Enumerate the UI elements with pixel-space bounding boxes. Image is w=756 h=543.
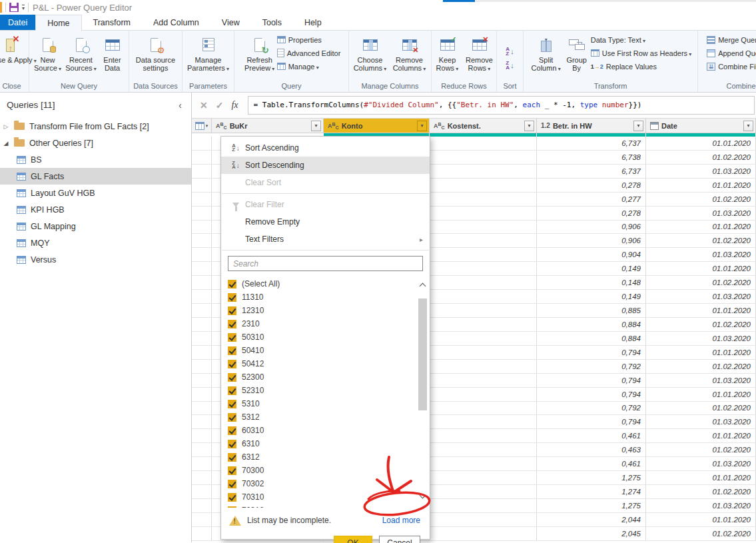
manage-button[interactable]: Manage <box>277 61 341 72</box>
checkbox-checked-icon[interactable] <box>228 386 236 395</box>
checkbox-checked-icon[interactable] <box>228 506 236 508</box>
choose-columns-button[interactable]: Choose Columns <box>351 33 390 74</box>
checkbox-checked-icon[interactable] <box>228 280 236 288</box>
ok-button[interactable]: OK <box>334 536 372 543</box>
replace-values-button[interactable]: 1→2Replace Values <box>591 61 692 72</box>
append-queries-button[interactable]: Append Queries <box>707 47 756 59</box>
data-type-button[interactable]: Data Type: Text <box>591 34 692 45</box>
recent-sources-button[interactable]: Recent Sources <box>64 33 99 74</box>
merge-queries-button[interactable]: Merge Queries <box>707 34 756 45</box>
combine-files-button[interactable]: ⇊Combine Files <box>707 61 756 72</box>
remove-columns-button[interactable]: ✕ Remove Columns <box>390 33 430 74</box>
checkbox-checked-icon[interactable] <box>228 400 236 408</box>
keep-rows-button[interactable]: ✓ Keep Rows <box>432 33 463 74</box>
checkbox-checked-icon[interactable] <box>228 373 236 382</box>
checkbox-checked-icon[interactable] <box>228 426 236 435</box>
tree-chevron-icon[interactable] <box>3 140 9 147</box>
tree-chevron-icon[interactable] <box>3 123 9 130</box>
table-menu-button[interactable]: ▾ <box>192 119 212 133</box>
column-filter-button[interactable] <box>524 121 534 131</box>
checkbox-checked-icon[interactable] <box>228 413 236 422</box>
sort-descending-menu-item[interactable]: ZA↓ Sort Descending <box>221 157 430 174</box>
column-header[interactable]: ABC 1.2 Betr. in HW <box>537 119 646 133</box>
advanced-editor-button[interactable]: Advanced Editor <box>277 47 341 59</box>
scrollbar-thumb[interactable] <box>418 298 427 410</box>
query-list-item[interactable]: Versus <box>0 251 191 268</box>
filter-value-item[interactable]: 70302 <box>228 477 430 490</box>
column-filter-button[interactable] <box>311 121 321 131</box>
save-icon[interactable] <box>9 3 19 12</box>
filter-value-item[interactable]: 70310 <box>228 490 430 504</box>
column-header[interactable]: ABC 1.2 Kostenst. <box>430 119 537 133</box>
query-list-item[interactable]: MQY <box>0 235 191 251</box>
filter-value-item[interactable]: 12310 <box>228 304 430 317</box>
ribbon-tab[interactable]: View <box>210 15 251 30</box>
query-list-item[interactable]: BS <box>0 151 191 168</box>
query-list-item[interactable]: Layout GuV HGB <box>0 185 191 201</box>
load-more-link[interactable]: Load more <box>382 516 420 525</box>
remove-empty-menu-item[interactable]: Remove Empty <box>221 213 430 231</box>
filter-value-item[interactable]: 60310 <box>228 424 430 437</box>
formula-input[interactable]: = Table.TransformColumns(#"Divided Colum… <box>248 96 755 115</box>
formula-commit-icon[interactable]: ✓ <box>216 100 224 111</box>
filter-value-item[interactable]: (Select All) <box>228 277 430 290</box>
column-filter-button[interactable] <box>417 121 427 131</box>
sort-ascending-menu-item[interactable]: AZ↓ Sort Ascending <box>221 139 430 157</box>
ribbon-tab[interactable]: Add Column <box>142 15 210 30</box>
query-list-item[interactable]: Other Queries [7] <box>0 135 191 151</box>
checkbox-checked-icon[interactable] <box>228 493 236 502</box>
filter-value-item[interactable]: 50412 <box>228 357 430 370</box>
collapse-pane-icon[interactable]: ‹ <box>179 101 182 109</box>
manage-parameters-button[interactable]: Manage Parameters <box>186 33 231 74</box>
use-first-row-as-headers-button[interactable]: Use First Row as Headers <box>591 47 692 59</box>
ribbon-tab[interactable]: Tools <box>251 15 293 30</box>
column-filter-button[interactable] <box>633 121 643 131</box>
checkbox-checked-icon[interactable] <box>228 360 236 368</box>
filter-value-item[interactable]: 5312 <box>228 410 430 424</box>
scroll-up-icon[interactable] <box>419 281 426 288</box>
ribbon-tab[interactable]: Help <box>293 15 333 30</box>
query-list-item[interactable]: GL Facts <box>0 168 191 185</box>
tab-file[interactable]: Datei <box>0 15 35 30</box>
text-filters-menu-item[interactable]: Text Filters ▸ <box>221 231 430 248</box>
filter-value-item[interactable]: 52310 <box>228 384 430 397</box>
checkbox-checked-icon[interactable] <box>228 346 236 355</box>
filter-value-item[interactable]: 2310 <box>228 317 430 330</box>
filter-value-item[interactable]: 11310 <box>228 290 430 304</box>
checkbox-checked-icon[interactable] <box>228 466 236 475</box>
column-header[interactable]: ABC 1.2 Konto <box>324 119 430 133</box>
checkbox-checked-icon[interactable] <box>228 333 236 342</box>
filter-value-item[interactable]: 50310 <box>228 330 430 344</box>
filter-value-item[interactable]: 6312 <box>228 450 430 464</box>
checkbox-checked-icon[interactable] <box>228 440 236 448</box>
checkbox-checked-icon[interactable] <box>228 480 236 488</box>
filter-value-item[interactable]: 70312 <box>228 504 430 508</box>
query-list-item[interactable]: Transform File from GL Facts [2] <box>0 118 191 135</box>
formula-fx-icon[interactable]: fx <box>231 100 238 111</box>
group-by-button[interactable]: Group By <box>563 33 591 73</box>
new-source-button[interactable]: New Source <box>32 33 64 74</box>
filter-value-item[interactable]: 70300 <box>228 464 430 477</box>
sort-descending-button[interactable]: ZA↓ <box>506 61 514 71</box>
ribbon-tab[interactable]: Transform <box>82 15 143 30</box>
filter-value-item[interactable]: 50410 <box>228 344 430 357</box>
sort-ascending-button[interactable]: AZ↓ <box>506 47 514 57</box>
properties-button[interactable]: Properties <box>277 34 341 45</box>
column-filter-button[interactable] <box>743 121 753 131</box>
filter-value-item[interactable]: 6310 <box>228 437 430 450</box>
scroll-down-icon[interactable] <box>419 493 426 500</box>
enter-data-button[interactable]: Enter Data <box>99 33 127 73</box>
filter-value-item[interactable]: 52300 <box>228 370 430 384</box>
refresh-preview-button[interactable]: ↻ Refresh Preview <box>242 33 277 74</box>
column-header[interactable]: ABC 1.2 BuKr <box>212 119 324 133</box>
cancel-button[interactable]: Cancel <box>379 536 420 543</box>
formula-cancel-icon[interactable]: ✕ <box>200 100 208 111</box>
query-list-item[interactable]: KPI HGB <box>0 201 191 218</box>
checkbox-checked-icon[interactable] <box>228 453 236 462</box>
checkbox-checked-icon[interactable] <box>228 306 236 315</box>
checkbox-checked-icon[interactable] <box>228 320 236 328</box>
list-scrollbar[interactable] <box>417 281 428 504</box>
search-input[interactable] <box>228 256 423 271</box>
remove-rows-button[interactable]: ✕ Remove Rows <box>463 33 496 74</box>
data-source-settings-button[interactable]: ⚙ Data source settings <box>131 33 181 73</box>
